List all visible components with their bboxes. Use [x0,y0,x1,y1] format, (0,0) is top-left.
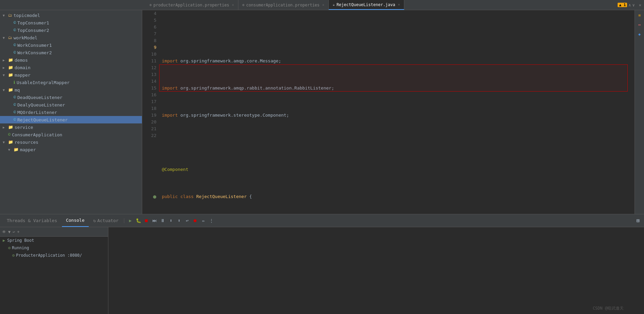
debug-edit-btn[interactable]: ✏ [200,217,207,224]
sidebar-item-mapper2[interactable]: ▼ 📁 mapper [0,146,142,153]
editor-area: 4 5 6 7 8 9 10 11 12 13 14 15 16 17 18 1… [142,10,635,214]
folder-icon-topicmodel: 🗂 [8,13,12,18]
debug-record-btn[interactable]: ⏺ [192,217,199,224]
sidebar-item-workconsumer1[interactable]: © WorkConsumer1 [0,41,142,49]
folder-icon-mapper2: 📁 [14,147,19,152]
folder-icon-domain: 📁 [8,65,13,70]
debug-pause-btn[interactable]: ⏸ [159,217,166,224]
debug-left-panel: 👁 ▼ ↩ + ▶ Spring Boot ⚙ Running ⚙ Produc… [0,227,108,314]
tab-console[interactable]: Console [62,214,89,227]
class-icon-dealyqueue: © [14,102,16,107]
actuator-icon: ↻ [93,218,96,223]
folder-icon-mq: 📁 [8,87,13,92]
sidebar-item-mq[interactable]: ▼ 📁 mq [0,86,142,94]
bottom-toolbar: Threads & Variables Console ↻ Actuator ▶… [0,214,644,227]
sidebar-item-deadqueue[interactable]: © DeadQueueListener [0,94,142,101]
properties-icon-2: ⚙ [242,3,244,7]
bottom-panel: Threads & Variables Console ↻ Actuator ▶… [0,214,644,314]
code-line-6: import org.springframework.stereotype.Co… [159,112,635,119]
panel-icon-blue[interactable]: ◈ [636,31,643,38]
panel-icon-1[interactable]: ≡ [636,12,643,19]
restore-icon[interactable]: ↩ [13,230,15,234]
arrow-resources: ▼ [3,140,8,144]
code-lines: import org.springframework.amqp.core.Mes… [159,10,635,214]
code-line-4: import org.springframework.amqp.core.Mes… [159,58,635,64]
debug-run-btn[interactable]: ▶ [127,217,134,224]
sidebar-item-mapper[interactable]: ▼ 📁 mapper [0,71,142,79]
interface-icon-usable: ℹ [14,80,15,85]
tab-close-2[interactable]: × [322,3,324,7]
class-icon-workconsumer1: © [14,43,16,47]
right-side-panel: ≡ ↔ ◈ [635,10,644,214]
sidebar-item-usable[interactable]: ℹ UsableIntegralMapper [0,79,142,86]
sidebar-item-topconsumer2[interactable]: © TopConsumer2 [0,26,142,34]
eye-icon[interactable]: 👁 [2,230,6,234]
debug-more-btn[interactable]: ⋮ [208,217,215,224]
sidebar-item-topconsumer1[interactable]: © TopConsumer1 [0,19,142,26]
debug-producter-item[interactable]: ⚙ ProducterApplication :8080/ [0,252,108,259]
tab-actuator[interactable]: ↻ Actuator [89,214,123,227]
debug-stop-btn[interactable]: ⏹ [143,217,150,224]
arrow-service: ▶ [3,125,8,129]
debug-springboot-item[interactable]: ▶ Spring Boot [0,237,108,244]
sidebar-item-demos[interactable]: ▶ 📁 demos [0,56,142,64]
running-icon: ⚙ [8,246,10,250]
chevron-down-icon[interactable]: ∨ [632,3,635,7]
sidebar-item-rejectqueue[interactable]: © RejectQueueListener [0,116,142,123]
debug-step-into-btn[interactable]: ⬇ [168,217,174,224]
folder-icon-workmodel: 🗂 [8,35,12,40]
layout-icon[interactable]: ⊞ [635,217,641,224]
sidebar-item-dealyqueue[interactable]: © DealyQueueListener [0,101,142,109]
class-icon-deadqueue: © [14,95,16,100]
main-area: ▼ 🗂 topicmodel © TopConsumer1 © TopConsu… [0,10,644,214]
debug-reload-btn[interactable]: ↩ [184,217,191,224]
tab-properties-1[interactable]: ⚙ producterApplication.properties × [146,0,238,10]
sidebar-item-workmodel[interactable]: ▼ 🗂 workModel [0,34,142,41]
tab-close-3[interactable]: × [398,3,400,6]
tab-bar: ⚙ producterApplication.properties × ⚙ co… [0,0,644,10]
filter-icon[interactable]: ▼ [8,230,10,234]
class-icon-topconsumer1: © [14,20,16,25]
folder-icon-resources: 📁 [8,140,13,144]
debug-controls: ▶ 🐛 ⏹ ⏭ ⏸ ⬇ ⬆ ↩ ⏺ ✏ ⋮ [127,217,215,224]
sidebar-item-topicmodel[interactable]: ▼ 🗂 topicmodel [0,12,142,19]
arrow-topicmodel: ▼ [3,14,8,17]
close-all-icon[interactable]: ✕ [639,3,641,7]
debug-running-item[interactable]: ⚙ Running [0,244,108,252]
debug-step-over-btn[interactable]: ⏭ [151,217,158,224]
class-icon-consumerapplication: © [8,132,10,137]
console-content [108,227,644,314]
code-line-7 [159,139,635,146]
chevron-up-icon[interactable]: ∧ [628,3,631,7]
sidebar-tree: ▼ 🗂 topicmodel © TopConsumer1 © TopConsu… [0,10,142,214]
panel-icon-git[interactable]: ↔ [636,21,643,28]
tab-properties-2[interactable]: ⚙ consumerApplication.properties × [238,0,329,10]
sidebar-item-service[interactable]: ▶ 📁 service [0,123,142,131]
debug-step-out-btn[interactable]: ⬆ [176,217,183,224]
arrow-demos: ▶ [3,58,8,62]
code-view[interactable]: 4 5 6 7 8 9 10 11 12 13 14 15 16 17 18 1… [142,10,635,214]
sidebar-item-mqorder[interactable]: © MQOrderListener [0,109,142,116]
arrow-mq: ▼ [3,88,8,92]
debug-bug-btn[interactable]: 🐛 [135,217,142,224]
class-icon-rejectqueue: © [14,117,16,122]
sidebar-item-resources[interactable]: ▼ 📁 resources [0,138,142,146]
tab-reject-queue[interactable]: ☕ RejectQueueListener.java × [329,0,404,10]
sidebar-item-workconsumer2[interactable]: © WorkConsumer2 [0,49,142,56]
line-numbers: 4 5 6 7 8 9 10 11 12 13 14 15 16 17 18 1… [142,10,159,214]
add-icon[interactable]: + [17,230,19,234]
java-icon: ☕ [333,3,335,6]
tab-close-1[interactable]: × [232,3,234,7]
producter-icon: ⚙ [12,253,15,258]
sidebar-item-domain[interactable]: ▶ 📁 domain [0,64,142,71]
tab-threads-variables[interactable]: Threads & Variables [3,214,61,227]
warning-badge: ▲ 1 [618,3,627,7]
sidebar: ▼ 🗂 topicmodel © TopConsumer1 © TopConsu… [0,10,142,214]
bottom-panels: 👁 ▼ ↩ + ▶ Spring Boot ⚙ Running ⚙ Produc… [0,227,644,314]
code-line-9: ● public class RejectQueueListener { [159,193,635,200]
class-icon-mqorder: © [14,110,16,115]
class-icon-topconsumer2: © [14,28,16,33]
arrow-workmodel: ▼ [3,36,8,40]
bottom-right-icons: ⊞ [635,217,641,224]
sidebar-item-consumerapplication[interactable]: © ConsumerApplication [0,131,142,138]
